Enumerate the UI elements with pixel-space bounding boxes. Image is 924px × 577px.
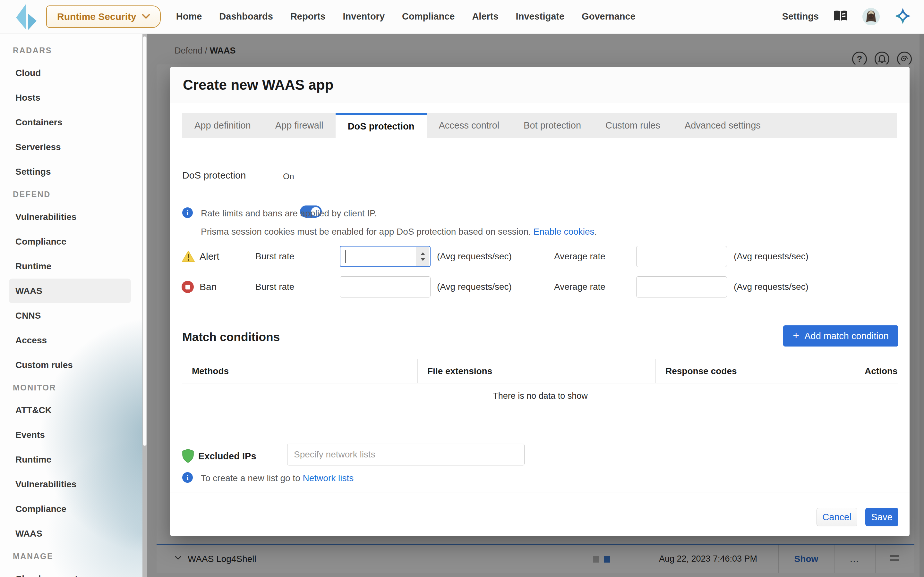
main-nav: Home Dashboards Reports Inventory Compli… — [176, 11, 636, 22]
sidebar-item-settings[interactable]: Settings — [0, 159, 147, 184]
table-header-row: Methods File extensions Response codes A… — [182, 359, 898, 384]
sidebar-item-defend-runtime[interactable]: Runtime — [0, 254, 147, 279]
number-stepper[interactable] — [416, 247, 429, 266]
chevron-down-icon — [142, 14, 150, 19]
product-switcher-runtime-security[interactable]: Runtime Security — [46, 5, 161, 28]
alert-burst-unit: (Avg requests/sec) — [437, 246, 512, 267]
rate-limit-info-line2: Prisma session cookies must be enabled f… — [201, 227, 531, 237]
sidebar-item-monitor-compliance[interactable]: Compliance — [0, 496, 147, 521]
stepper-down-icon[interactable] — [421, 258, 425, 261]
save-button[interactable]: Save — [865, 508, 898, 526]
enable-cookies-link[interactable]: Enable cookies — [533, 227, 594, 237]
alert-row-label: Alert — [200, 246, 220, 267]
tab-app-firewall[interactable]: App firewall — [263, 113, 336, 138]
sidebar-section-manage: MANAGE — [0, 546, 147, 566]
tab-custom-rules[interactable]: Custom rules — [593, 113, 672, 138]
sidebar-section-monitor: MONITOR — [0, 377, 147, 398]
ban-burst-unit: (Avg requests/sec) — [437, 276, 512, 298]
sidebar-item-defend-access[interactable]: Access — [0, 328, 147, 353]
ban-row-label: Ban — [200, 276, 216, 298]
network-lists-link[interactable]: Network lists — [303, 473, 354, 483]
sidebar-item-monitor-waas[interactable]: WAAS — [0, 521, 147, 546]
ban-average-label: Average rate — [554, 276, 606, 298]
sidebar-item-defend-vulnerabilities[interactable]: Vulnerabilities — [0, 205, 147, 229]
sidebar-item-serverless[interactable]: Serverless — [0, 135, 147, 159]
network-lists-info: To create a new list go to — [201, 473, 300, 483]
sidebar-section-defend: DEFEND — [0, 184, 147, 205]
top-navigation-bar: Runtime Security Home Dashboards Reports… — [0, 0, 924, 33]
nav-reports[interactable]: Reports — [290, 11, 326, 22]
modal-tabbar: App definition App firewall DoS protecti… — [182, 113, 897, 138]
info-icon: i — [182, 472, 193, 483]
sidebar-item-monitor-attack[interactable]: ATT&CK — [0, 398, 147, 422]
product-switcher-label: Runtime Security — [57, 11, 136, 22]
modal-title: Create new WAAS app — [183, 77, 333, 93]
prisma-compute-logo-icon — [15, 3, 38, 31]
tab-bot-protection[interactable]: Bot protection — [511, 113, 593, 138]
modal-header: Create new WAAS app — [170, 67, 909, 103]
sidebar-item-containers[interactable]: Containers — [0, 110, 147, 135]
column-file-extensions: File extensions — [418, 359, 656, 383]
user-avatar[interactable] — [863, 8, 880, 25]
ban-average-rate-input[interactable] — [636, 277, 727, 297]
toggle-state-label: On — [283, 170, 294, 182]
info-icon: i — [182, 207, 193, 218]
alert-burst-label: Burst rate — [255, 246, 294, 267]
sidebar-scrollbar-track[interactable] — [142, 34, 147, 577]
alert-average-unit: (Avg requests/sec) — [734, 246, 809, 267]
nav-alerts[interactable]: Alerts — [472, 11, 498, 22]
nav-settings[interactable]: Settings — [782, 11, 819, 22]
tab-dos-protection[interactable]: DoS protection — [336, 113, 427, 138]
excluded-ips-input[interactable] — [288, 444, 524, 465]
excluded-ips-field — [287, 444, 525, 466]
sidebar-item-monitor-vulnerabilities[interactable]: Vulnerabilities — [0, 472, 147, 496]
create-waas-app-modal: Create new WAAS app App definition App f… — [170, 67, 909, 536]
sidebar-item-defend-cnns[interactable]: CNNS — [0, 303, 147, 328]
nav-governance[interactable]: Governance — [582, 11, 636, 22]
ban-burst-rate-field — [340, 276, 431, 298]
alert-average-rate-input[interactable] — [636, 246, 727, 267]
nav-inventory[interactable]: Inventory — [343, 11, 385, 22]
prisma-cloud-star-icon[interactable] — [895, 8, 911, 26]
alert-average-label: Average rate — [554, 246, 606, 267]
sidebar-item-cloud[interactable]: Cloud — [0, 61, 147, 85]
dos-protection-label: DoS protection — [182, 168, 246, 182]
sidebar-item-defend-compliance[interactable]: Compliance — [0, 229, 147, 254]
alert-burst-rate-field — [340, 246, 431, 267]
table-empty-state: There is no data to show — [182, 384, 898, 409]
nav-investigate[interactable]: Investigate — [516, 11, 565, 22]
column-actions: Actions — [860, 359, 898, 383]
sidebar-item-defend-waas[interactable]: WAAS — [9, 279, 131, 303]
shield-icon — [182, 449, 194, 464]
tab-app-definition[interactable]: App definition — [182, 113, 263, 138]
nav-home[interactable]: Home — [176, 11, 202, 22]
sidebar-section-radars: RADARS — [0, 40, 147, 61]
nav-dashboards[interactable]: Dashboards — [219, 11, 273, 22]
excluded-ips-label: Excluded IPs — [198, 451, 256, 462]
sidebar-item-monitor-runtime[interactable]: Runtime — [0, 447, 147, 472]
ban-burst-label: Burst rate — [255, 276, 294, 298]
docs-book-icon[interactable] — [834, 10, 848, 23]
ban-average-unit: (Avg requests/sec) — [734, 276, 809, 298]
rate-limit-info-line1: Rate limits and bans are applied by clie… — [201, 208, 377, 219]
tab-advanced-settings[interactable]: Advanced settings — [672, 113, 773, 138]
left-sidebar: RADARS Cloud Hosts Containers Serverless… — [0, 34, 147, 577]
match-conditions-heading: Match conditions — [182, 330, 280, 344]
ban-icon — [182, 281, 194, 293]
sidebar-item-hosts[interactable]: Hosts — [0, 85, 147, 110]
alert-average-rate-field — [636, 246, 727, 267]
stepper-up-icon[interactable] — [421, 252, 425, 255]
tab-access-control[interactable]: Access control — [427, 113, 512, 138]
warning-triangle-icon — [182, 250, 195, 264]
sidebar-scrollbar-thumb[interactable] — [143, 36, 147, 446]
sidebar-item-monitor-events[interactable]: Events — [0, 422, 147, 447]
add-match-condition-button[interactable]: + Add match condition — [783, 326, 898, 347]
ban-average-rate-field — [636, 276, 727, 298]
ban-burst-rate-input[interactable] — [340, 277, 430, 297]
match-conditions-table: Methods File extensions Response codes A… — [182, 359, 898, 409]
column-methods: Methods — [182, 359, 418, 383]
cancel-button[interactable]: Cancel — [817, 508, 857, 526]
nav-compliance[interactable]: Compliance — [402, 11, 455, 22]
sidebar-item-cloud-accounts[interactable]: Cloud accounts — [0, 566, 147, 577]
sidebar-item-defend-custom-rules[interactable]: Custom rules — [0, 353, 147, 377]
